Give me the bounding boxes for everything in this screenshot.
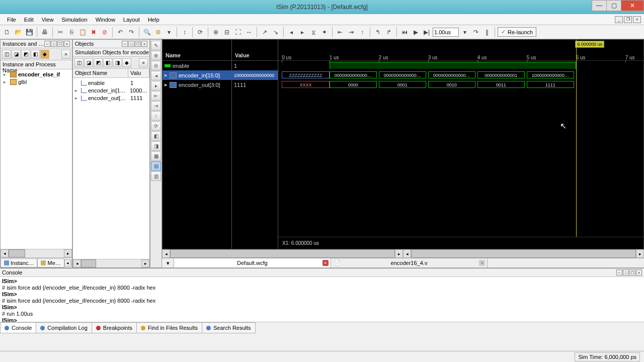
instances-tab[interactable]: Instanc…	[1, 258, 37, 267]
menu-window[interactable]: Window	[92, 15, 119, 24]
panel-max-icon[interactable]: ▢	[57, 41, 63, 47]
marker-add-icon[interactable]: ⧖	[308, 27, 318, 37]
tab-list-icon[interactable]: ▾	[162, 258, 174, 267]
wave-tool8-icon[interactable]: ↕	[151, 111, 161, 121]
signal-row[interactable]: enable	[163, 61, 231, 70]
scrollbar[interactable]: ◂▸	[73, 259, 149, 267]
objects-value-header[interactable]: Valu	[128, 69, 149, 77]
time-ruler[interactable]: 0 us 1 us 2 us 3 us 4 us 5 us 6 us 7 us	[278, 40, 643, 61]
marker-del-icon[interactable]: ✦	[319, 27, 330, 37]
edge-next-icon[interactable]: ⇥	[346, 27, 356, 37]
zoom-in-icon[interactable]: ⊕	[211, 27, 221, 37]
wave-tool5-icon[interactable]: ▸	[151, 81, 161, 90]
instances-tree[interactable]: ▸ encoder_else_if ▸ glbl	[1, 69, 72, 249]
scrollbar[interactable]: ◂▸	[1, 249, 72, 257]
undo-icon[interactable]: ↶	[115, 27, 125, 37]
cursor-line[interactable]	[576, 40, 577, 249]
marker-prev-icon[interactable]: ◂	[286, 27, 296, 37]
inst-btn5-icon[interactable]: ◆	[40, 50, 49, 59]
console-tab[interactable]: Breakpoints	[92, 322, 137, 333]
doc-tab-verilog[interactable]: 📄 encoder16_4.v ×	[331, 258, 488, 267]
down-arrow-icon[interactable]: ▾	[164, 27, 174, 37]
cancel-icon[interactable]: ⊘	[100, 27, 110, 37]
inst-btn2-icon[interactable]: ◪	[12, 50, 21, 59]
find-icon[interactable]: 🔍	[142, 27, 152, 37]
paste-icon[interactable]: 📋	[77, 27, 88, 37]
wave-tool11-icon[interactable]: ◨	[151, 141, 161, 151]
obj-btn1-icon[interactable]: ◫	[74, 58, 84, 67]
find2-icon[interactable]: ⚙	[153, 27, 163, 37]
panel-dock-icon[interactable]: ↔	[616, 269, 622, 276]
wave-tool2-icon[interactable]: ⊕	[151, 51, 161, 60]
new-icon[interactable]: 🗋	[2, 27, 12, 37]
copy-icon[interactable]: ⎘	[66, 27, 76, 37]
close-tab-icon[interactable]: ×	[479, 260, 485, 266]
wave-tool3-icon[interactable]: ⊖	[151, 61, 161, 70]
goto-icon[interactable]: ↕	[180, 27, 190, 37]
inst-btn3-icon[interactable]: ◩	[21, 50, 30, 59]
panel-close-icon[interactable]: ×	[64, 41, 70, 47]
run-for-icon[interactable]: ▶|	[422, 27, 432, 37]
waveform-viewer[interactable]: 6.000000 us 0 us 1 us 2 us 3 us 4 us 5 u…	[278, 40, 643, 249]
relaunch-button[interactable]: ✓Re-launch	[498, 27, 536, 37]
print-icon[interactable]: 🖶	[40, 27, 50, 37]
wave-tool10-icon[interactable]: ◧	[151, 131, 161, 141]
obj-btn2-icon[interactable]: ◪	[84, 58, 93, 67]
menu-layout[interactable]: Layout	[119, 15, 144, 24]
restart-icon[interactable]: ⏮	[399, 27, 410, 37]
obj-btn3-icon[interactable]: ◩	[94, 58, 103, 67]
redo-icon[interactable]: ↷	[126, 27, 136, 37]
wave-tool7-icon[interactable]: ⇥	[151, 101, 161, 111]
wave-scrollbar[interactable]: ◂ ▸ ◂ ▸	[162, 249, 644, 258]
edge-prev-icon[interactable]: ⇤	[335, 27, 345, 37]
memory-tab[interactable]: Me…	[37, 258, 64, 267]
close-tab-icon[interactable]: ×	[323, 260, 329, 266]
objects-name-header[interactable]: Object Name	[73, 69, 128, 77]
panel-float-icon[interactable]: □	[128, 41, 134, 47]
run-time-input[interactable]	[433, 28, 459, 37]
minimize-button[interactable]: —	[592, 0, 607, 11]
wave-tool4-icon[interactable]: ◂	[151, 71, 161, 80]
panel-max-icon[interactable]: ▢	[629, 269, 635, 276]
edge-up-icon[interactable]: ↑	[357, 27, 367, 37]
refresh-icon[interactable]: ⟳	[195, 27, 205, 37]
cut-icon[interactable]: ✂	[55, 27, 65, 37]
console-tab[interactable]: Search Results	[202, 322, 256, 333]
maximize-button[interactable]: ▢	[606, 0, 621, 11]
tool-a-icon[interactable]: ↗	[260, 27, 270, 37]
step-fwd-icon[interactable]: ↱	[384, 27, 394, 37]
save-icon[interactable]: 💾	[24, 27, 34, 37]
obj-btn4-icon[interactable]: ◧	[103, 58, 112, 67]
open-icon[interactable]: 📂	[13, 27, 23, 37]
panel-dock-icon[interactable]: ↔	[44, 41, 50, 47]
wave-tool6-icon[interactable]: ⇤	[151, 91, 161, 101]
console-tab[interactable]: Compilation Log	[36, 322, 92, 333]
panel-max-icon[interactable]: ▢	[135, 41, 141, 47]
console-output[interactable]: ISim># isim force add {/encoder_else_if/…	[0, 277, 644, 322]
menu-view[interactable]: View	[38, 15, 58, 24]
close-button[interactable]: ✕	[621, 0, 644, 11]
wave-tool12-icon[interactable]: ▦	[151, 151, 161, 161]
zoom-sel-icon[interactable]: ↔	[244, 27, 254, 37]
step-icon[interactable]: ↷	[471, 27, 481, 37]
menu-edit[interactable]: Edit	[20, 15, 38, 24]
obj-more-icon[interactable]: »	[139, 58, 148, 67]
signal-row[interactable]: ▸ encoder_in[15:0]	[163, 70, 231, 80]
instances-column-header[interactable]: Instance and Process Name	[1, 60, 72, 69]
inst-btn4-icon[interactable]: ◧	[31, 50, 40, 59]
mdi-restore-button[interactable]: ❐	[624, 16, 632, 23]
mdi-close-button[interactable]: ×	[633, 16, 641, 23]
menu-help[interactable]: Help	[144, 15, 164, 24]
time-dropdown-icon[interactable]: ▾	[460, 27, 470, 37]
run-all-icon[interactable]: ▶	[411, 27, 421, 37]
panel-dock-icon[interactable]: ↔	[122, 41, 128, 47]
panel-float-icon[interactable]: □	[623, 269, 629, 276]
obj-btn5-icon[interactable]: ◨	[113, 58, 122, 67]
wave-tool1-icon[interactable]: ✎	[151, 41, 161, 50]
menu-file[interactable]: File	[3, 15, 20, 24]
console-tab[interactable]: Console	[0, 322, 36, 333]
zoom-fit-icon[interactable]: ⛶	[233, 27, 243, 37]
wave-tool13-icon[interactable]: ▤	[151, 161, 161, 171]
zoom-out-icon[interactable]: ⊟	[222, 27, 232, 37]
menu-simulation[interactable]: Simulation	[57, 15, 91, 24]
